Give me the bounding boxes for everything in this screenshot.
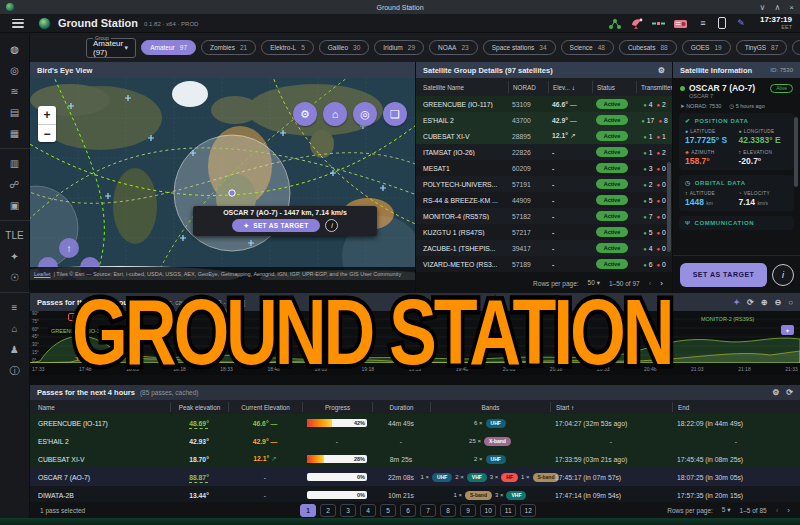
- table-row[interactable]: GREENCUBE (IO-117) 53109 46.6°— Active ●…: [416, 96, 672, 112]
- page-button[interactable]: 3: [340, 504, 356, 517]
- radio-icon[interactable]: ▥: [0, 148, 30, 174]
- zoom-in-button[interactable]: +: [38, 106, 56, 124]
- table-row[interactable]: RS-44 & BREEZE-KM ... 44909 - Active ● 5…: [416, 192, 672, 208]
- table-row[interactable]: VIZARD-METEO (RS3... 57189 - Active ● 6 …: [416, 256, 672, 272]
- pass-label[interactable]: GREENCUBE (IO-117): [48, 327, 110, 335]
- pass-label[interactable]: OSCAR 7 (AO-7): [193, 307, 241, 315]
- rows-per-page-select[interactable]: 50 ▾: [588, 279, 600, 287]
- folder-icon[interactable]: ▤: [0, 102, 30, 123]
- page-button[interactable]: 5: [380, 504, 396, 517]
- set-as-target-button[interactable]: ✦ SET AS TARGET: [232, 219, 321, 232]
- table-row[interactable]: ES'HAIL 2 42.93° 42.9° — - - 25 ×X-band …: [30, 432, 800, 450]
- next-page-button[interactable]: ›: [660, 279, 663, 288]
- col-status[interactable]: Status: [592, 81, 636, 93]
- col-norad[interactable]: NORAD: [508, 81, 548, 93]
- page-button[interactable]: 6: [400, 504, 416, 517]
- col-satellite-name[interactable]: Satellite Name: [416, 81, 508, 93]
- menu-button[interactable]: [12, 19, 24, 28]
- reset-view-icon[interactable]: ○: [788, 298, 793, 307]
- group-select[interactable]: Group Amateur (97) ▼: [86, 38, 136, 58]
- map-settings-button[interactable]: ⚙: [293, 102, 317, 126]
- rotator-icon[interactable]: [608, 17, 622, 29]
- col-elev[interactable]: Elev... ↓: [548, 81, 592, 93]
- group-chip[interactable]: Galileo 30: [319, 40, 369, 55]
- map-locate-button[interactable]: ◎: [353, 102, 377, 126]
- dish-icon[interactable]: [630, 17, 644, 29]
- zoom-out-button[interactable]: −: [38, 124, 56, 142]
- table-row[interactable]: MONITOR-4 (RS57S) 57182 - Active ● 7 ● 0: [416, 208, 672, 224]
- prev-page-button[interactable]: ‹: [649, 279, 652, 288]
- timeline-chart[interactable]: 90°75°60°45°30°15°0° NOW GREENCUBE (IO-1…: [30, 311, 800, 363]
- page-button[interactable]: 1: [300, 504, 316, 517]
- col-bands[interactable]: Bands: [430, 402, 550, 412]
- info-button[interactable]: i: [772, 264, 794, 286]
- table-row[interactable]: KUZGTU 1 (RS47S) 57217 - Active ● 5 ● 0: [416, 224, 672, 240]
- page-button[interactable]: 7: [420, 504, 436, 517]
- window-maximize-button[interactable]: ∧: [774, 3, 780, 12]
- group-chip[interactable]: NOAA 23: [429, 40, 478, 55]
- group-chip[interactable]: Iridium 29: [374, 40, 424, 55]
- group-chip[interactable]: Space stations 34: [483, 40, 556, 55]
- page-button[interactable]: 4: [360, 504, 376, 517]
- sdr-icon[interactable]: ✎: [734, 17, 748, 29]
- page-button[interactable]: 12: [520, 504, 536, 517]
- page-button[interactable]: 2: [320, 504, 336, 517]
- table-row[interactable]: GREENCUBE (IO-117) 48.69° 46.6° — 42% 44…: [30, 414, 800, 432]
- table-row[interactable]: CUBESAT XI-V 18.70° 12.1° ↗ 28% 8m 25s 2…: [30, 450, 800, 468]
- world-icon[interactable]: ◍: [0, 39, 30, 60]
- tune-icon[interactable]: ≡: [0, 292, 30, 318]
- dish-icon[interactable]: ☍: [0, 174, 30, 195]
- group-chip[interactable]: Zombies 21: [201, 40, 256, 55]
- pass-label[interactable]: MONITOR-2 (RS39S): [698, 315, 757, 323]
- satellite-icon[interactable]: ✦: [0, 246, 30, 267]
- tracking-icon[interactable]: ☉: [0, 267, 30, 288]
- table-row[interactable]: ITAMSAT (IO-26) 22826 - Active ● 1 ● 2: [416, 144, 672, 160]
- zoom-in-icon[interactable]: ⊕: [761, 298, 768, 307]
- col-end[interactable]: End: [672, 402, 800, 412]
- page-button[interactable]: 8: [440, 504, 456, 517]
- page-button[interactable]: 9: [460, 504, 476, 517]
- map-home-button[interactable]: ⌂: [323, 102, 347, 126]
- card-icon[interactable]: ▣: [0, 195, 30, 216]
- page-button[interactable]: 11: [500, 504, 516, 517]
- table-row[interactable]: MESAT1 60209 - Active ● 3 ● 0: [416, 160, 672, 176]
- group-chip[interactable]: Science 48: [561, 40, 614, 55]
- refresh-icon[interactable]: ⟳: [786, 388, 793, 397]
- gear-icon[interactable]: ⚙: [772, 388, 779, 397]
- pan-up-button[interactable]: ↑: [59, 238, 79, 258]
- group-chip[interactable]: GOES 19: [682, 40, 731, 55]
- col-start[interactable]: Start ↑: [550, 402, 672, 412]
- group-chip[interactable]: Amateur 97: [141, 40, 196, 55]
- page-button[interactable]: 10: [480, 504, 496, 517]
- users-icon[interactable]: ♟: [0, 339, 30, 360]
- waterfall-icon[interactable]: ≋: [0, 81, 30, 102]
- logs-icon[interactable]: ≡: [696, 17, 710, 29]
- table-row[interactable]: ZACUBE-1 (TSHEPIS... 39417 - Active ● 4 …: [416, 240, 672, 256]
- info-button[interactable]: i: [325, 219, 338, 232]
- col-current-elevation[interactable]: Current Elevation: [228, 402, 302, 412]
- group-chip[interactable]: Weather 70: [792, 40, 800, 55]
- table-row[interactable]: ES'HAIL 2 43700 42.9°— Active ● 17 ● 8: [416, 112, 672, 128]
- map-fullscreen-button[interactable]: ❏: [383, 102, 407, 126]
- tle-label[interactable]: TLE: [0, 220, 30, 246]
- group-chip[interactable]: Cubesats 88: [619, 40, 677, 55]
- col-peak-elevation[interactable]: Peak elevation: [170, 402, 228, 412]
- group-chip[interactable]: Elektro-L 5: [261, 40, 314, 55]
- window-close-button[interactable]: ×: [789, 3, 794, 12]
- info-icon[interactable]: ⓘ: [0, 360, 30, 381]
- zoom-out-icon[interactable]: ⊖: [774, 298, 781, 307]
- satellite-icon[interactable]: [652, 17, 666, 29]
- rows-per-page-select[interactable]: 5 ▾: [722, 506, 731, 514]
- world-map[interactable]: + − ⚙ ⌂ ◎ ❏ ↑ ← → ↓ OSCAR 7 (AO-7) - 144…: [30, 78, 415, 280]
- col-name[interactable]: Name: [30, 402, 170, 412]
- col-progress[interactable]: Progress: [302, 402, 372, 412]
- upcoming-pass-button[interactable]: ✦: [781, 325, 794, 335]
- info-scrollbar[interactable]: [794, 117, 798, 187]
- satellite-icon[interactable]: ✦: [733, 298, 740, 307]
- window-minimize-button[interactable]: ∨: [760, 3, 766, 12]
- next-page-button[interactable]: ›: [787, 506, 790, 515]
- station-icon[interactable]: ⌂: [0, 318, 30, 339]
- set-as-target-button[interactable]: SET AS TARGET: [680, 263, 767, 287]
- gear-icon[interactable]: ⚙: [658, 66, 665, 75]
- refresh-icon[interactable]: ⟳: [747, 298, 754, 307]
